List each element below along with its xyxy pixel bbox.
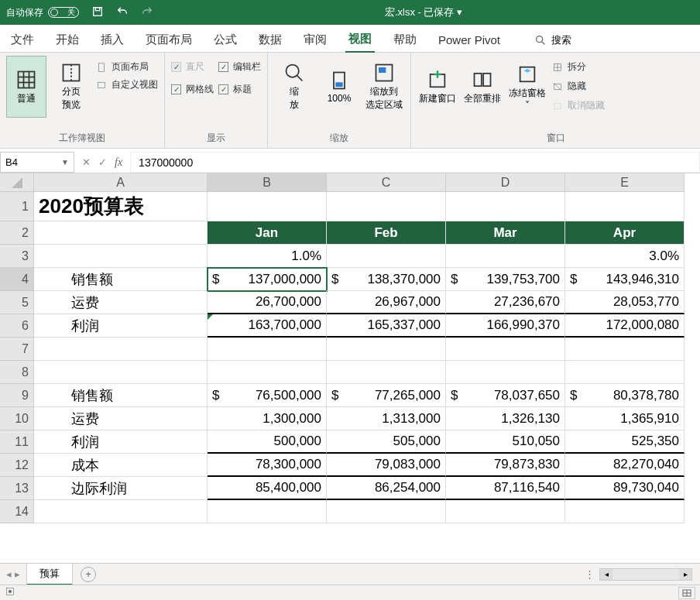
sheet-nav-next-icon[interactable]: ▸ xyxy=(15,568,20,580)
cell-E13[interactable]: 89,730,040 xyxy=(565,477,685,500)
col-header-C[interactable]: C xyxy=(327,173,446,192)
cancel-icon[interactable]: ✕ xyxy=(82,156,91,168)
tab-home[interactable]: 开始 xyxy=(53,28,82,52)
view-normal-button[interactable] xyxy=(678,587,695,599)
tell-me-search[interactable]: 搜索 xyxy=(534,33,571,47)
cell-B3[interactable]: 1.0% xyxy=(208,245,327,268)
cell-E1[interactable] xyxy=(565,192,685,221)
cell-E2[interactable]: Apr xyxy=(565,221,685,245)
zoom-to-selection-button[interactable]: 缩放到 选定区域 xyxy=(364,56,404,118)
cell-C12[interactable]: 79,083,000 xyxy=(327,454,446,477)
cell-B11[interactable]: 500,000 xyxy=(208,430,327,454)
col-header-A[interactable]: A xyxy=(34,173,208,192)
ruler-checkbox[interactable]: ✓直尺 xyxy=(171,60,214,74)
cell-C11[interactable]: 505,000 xyxy=(327,430,446,454)
tab-file[interactable]: 文件 xyxy=(8,28,37,52)
cell-A11[interactable]: 利润 xyxy=(34,430,208,454)
autosave-toggle[interactable]: 自动保存 关 xyxy=(6,6,79,19)
cell-D12[interactable]: 79,873,830 xyxy=(446,454,565,477)
name-box[interactable]: B4▼ xyxy=(0,152,74,173)
cell-D13[interactable]: 87,116,540 xyxy=(446,477,565,500)
tab-review[interactable]: 审阅 xyxy=(300,28,330,52)
row-header-1[interactable]: 1 xyxy=(0,192,34,221)
tab-power-pivot[interactable]: Power Pivot xyxy=(435,29,503,51)
cell-D10[interactable]: 1,326,130 xyxy=(446,407,565,430)
formula-bar-checkbox[interactable]: ✓编辑栏 xyxy=(218,60,261,74)
cell-E10[interactable]: 1,365,910 xyxy=(565,407,685,430)
cell-A12[interactable]: 成本 xyxy=(34,454,208,477)
cell-C4[interactable]: $138,370,000 xyxy=(327,268,446,291)
new-sheet-button[interactable]: + xyxy=(81,567,96,582)
split-button[interactable]: 拆分 xyxy=(552,60,605,74)
cell-E9[interactable]: $80,378,780 xyxy=(565,384,685,407)
cell-C13[interactable]: 86,254,000 xyxy=(327,477,446,500)
tab-data[interactable]: 数据 xyxy=(256,28,285,52)
cell-D6[interactable]: 166,990,370 xyxy=(446,314,565,338)
fx-icon[interactable]: fx xyxy=(115,156,122,169)
cell-C2[interactable]: Feb xyxy=(327,221,446,245)
cell-E11[interactable]: 525,350 xyxy=(565,430,685,454)
cell-C5[interactable]: 26,967,000 xyxy=(327,291,446,314)
cell-B6[interactable]: 163,700,000 xyxy=(208,314,327,338)
cell-C9[interactable]: $77,265,000 xyxy=(327,384,446,407)
col-header-B[interactable]: B xyxy=(208,173,327,192)
tab-insert[interactable]: 插入 xyxy=(98,28,127,52)
save-icon[interactable] xyxy=(91,5,104,20)
row-header-6[interactable]: 6 xyxy=(0,314,34,338)
tab-help[interactable]: 帮助 xyxy=(390,28,420,52)
headings-checkbox[interactable]: ✓标题 xyxy=(218,83,261,96)
cell-B2[interactable]: Jan xyxy=(208,221,327,245)
cell-D5[interactable]: 27,236,670 xyxy=(446,291,565,314)
cell-A9[interactable]: 销售额 xyxy=(34,384,208,407)
cell-C6[interactable]: 165,337,000 xyxy=(327,314,446,338)
hide-button[interactable]: 隐藏 xyxy=(552,80,605,93)
cell-B4[interactable]: $137,000,000 xyxy=(208,268,327,291)
macro-record-icon[interactable] xyxy=(5,586,15,599)
cell-D1[interactable] xyxy=(446,192,565,221)
row-header-3[interactable]: 3 xyxy=(0,245,34,268)
cell-B13[interactable]: 85,400,000 xyxy=(208,477,327,500)
zoom-100-button[interactable]: 100% xyxy=(319,56,359,118)
cell-B9[interactable]: $76,500,000 xyxy=(208,384,327,407)
tab-page-layout[interactable]: 页面布局 xyxy=(142,28,195,52)
cell-D11[interactable]: 510,050 xyxy=(446,430,565,454)
cell-C1[interactable] xyxy=(327,192,446,221)
cell-E4[interactable]: $143,946,310 xyxy=(565,268,685,291)
sheet-nav-prev-icon[interactable]: ◂ xyxy=(6,568,12,580)
cell-E12[interactable]: 82,270,040 xyxy=(565,454,685,477)
cell-C10[interactable]: 1,313,000 xyxy=(327,407,446,430)
gridlines-checkbox[interactable]: ✓网格线 xyxy=(171,83,214,96)
page-break-preview-button[interactable]: 分页 预览 xyxy=(51,56,91,118)
cell-E6[interactable]: 172,000,080 xyxy=(565,314,685,338)
page-layout-button[interactable]: 页面布局 xyxy=(96,60,158,74)
col-header-D[interactable]: D xyxy=(446,173,565,192)
cell-A6[interactable]: 利润 xyxy=(34,314,208,338)
row-header-14[interactable]: 14 xyxy=(0,500,34,523)
horizontal-scrollbar[interactable]: ⋮ ◂▸ xyxy=(96,568,700,581)
cell-B5[interactable]: 26,700,000 xyxy=(208,291,327,314)
row-header-13[interactable]: 13 xyxy=(0,477,34,500)
cell-D2[interactable]: Mar xyxy=(446,221,565,245)
cell-D4[interactable]: $139,753,700 xyxy=(446,268,565,291)
row-header-5[interactable]: 5 xyxy=(0,291,34,314)
cell-A5[interactable]: 运费 xyxy=(34,291,208,314)
row-header-9[interactable]: 9 xyxy=(0,384,34,407)
cell-D9[interactable]: $78,037,650 xyxy=(446,384,565,407)
undo-icon[interactable] xyxy=(116,5,129,20)
cell-B10[interactable]: 1,300,000 xyxy=(208,407,327,430)
zoom-button[interactable]: 缩 放 xyxy=(274,56,314,118)
row-header-12[interactable]: 12 xyxy=(0,454,34,477)
cell-E3[interactable]: 3.0% xyxy=(565,245,685,268)
cell-D3[interactable] xyxy=(446,245,565,268)
sheet-tab-budget[interactable]: 预算 xyxy=(26,563,73,585)
cell-C3[interactable] xyxy=(327,245,446,268)
row-header-11[interactable]: 11 xyxy=(0,430,34,454)
cell-A4[interactable]: 销售额 xyxy=(34,268,208,291)
row-header-2[interactable]: 2 xyxy=(0,221,34,245)
cell-B12[interactable]: 78,300,000 xyxy=(208,454,327,477)
row-header-7[interactable]: 7 xyxy=(0,338,34,361)
cell-A3[interactable] xyxy=(34,245,208,268)
arrange-all-button[interactable]: 全部重排 xyxy=(462,56,503,118)
redo-icon[interactable] xyxy=(141,5,153,20)
row-header-8[interactable]: 8 xyxy=(0,361,34,384)
